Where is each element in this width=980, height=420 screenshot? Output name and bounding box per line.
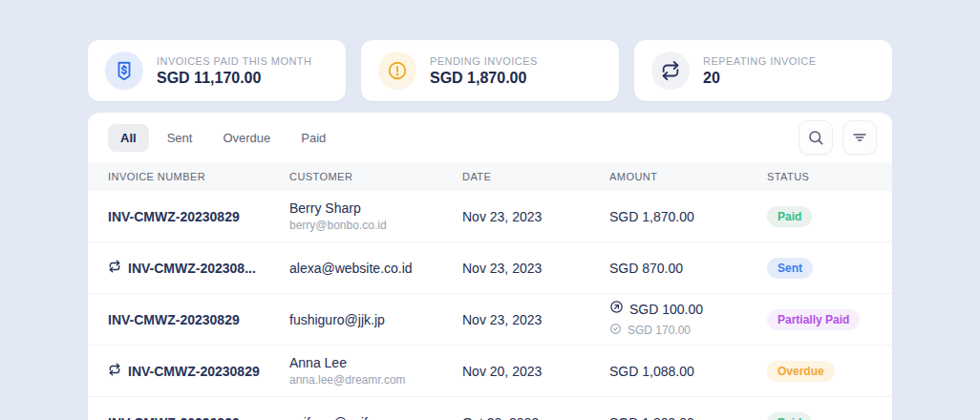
amount-primary-line: SGD 1,309.00 xyxy=(609,415,767,420)
date-cell: Nov 20, 2023 xyxy=(462,364,609,379)
card-pending-invoices: PENDING INVOICES SGD 1,870.00 xyxy=(361,40,619,101)
repeat-icon xyxy=(108,363,121,379)
status-badge: Partially Paid xyxy=(767,309,860,330)
amount-value: SGD 1,870.00 xyxy=(609,209,694,224)
amount-value: SGD 1,088.00 xyxy=(609,364,694,379)
status-cell: Sent xyxy=(767,258,873,279)
repeat-icon xyxy=(108,260,121,276)
column-header-amount: AMOUNT xyxy=(609,171,767,182)
date-cell: Oct 23, 2023 xyxy=(462,415,609,420)
status-badge: Sent xyxy=(767,258,813,279)
column-header-status: STATUS xyxy=(767,171,873,182)
column-header-invoice-number: INVOICE NUMBER xyxy=(108,171,289,182)
table-row[interactable]: INV-CMWZ-20230829 suifarm@suifarm.co Oct… xyxy=(88,397,892,420)
card-value: SGD 11,170.00 xyxy=(157,70,311,87)
status-cell: Paid xyxy=(767,206,873,227)
table-row[interactable]: INV-CMWZ-202308... alexa@website.co.id N… xyxy=(88,242,892,294)
alert-circle-icon xyxy=(378,52,416,90)
customer-email: suifarm@suifarm.co xyxy=(289,415,462,420)
status-cell: Paid xyxy=(767,412,873,420)
filter-button[interactable] xyxy=(842,120,877,155)
invoice-number-cell: INV-CMWZ-20230829 xyxy=(108,312,289,327)
date-cell: Nov 23, 2023 xyxy=(462,209,609,224)
amount-cell: SGD 100.00 SGD 170.00 xyxy=(609,300,767,339)
tab-sent[interactable]: Sent xyxy=(155,124,205,152)
tab-all[interactable]: All xyxy=(108,124,149,152)
customer-cell: fushiguro@jjk.jp xyxy=(289,312,462,327)
tab-paid[interactable]: Paid xyxy=(288,124,338,152)
stat-cards: INVOICES PAID THIS MONTH SGD 11,170.00 P… xyxy=(88,40,892,101)
table-row[interactable]: INV-CMWZ-20230829 Anna Lee anna.lee@drea… xyxy=(88,346,892,397)
table-body: INV-CMWZ-20230829 Berry Sharp berry@bonb… xyxy=(88,191,892,420)
status-tabs: All Sent Overdue Paid xyxy=(108,124,799,152)
search-icon xyxy=(807,129,824,146)
invoice-number: INV-CMWZ-20230829 xyxy=(108,209,240,224)
invoice-number-cell: INV-CMWZ-20230829 xyxy=(108,363,289,379)
amount-primary-line: SGD 100.00 xyxy=(609,300,767,318)
status-badge: Overdue xyxy=(767,361,835,382)
card-label: PENDING INVOICES xyxy=(430,55,538,67)
customer-email: berry@bonbo.co.id xyxy=(289,219,462,232)
amount-cell: SGD 870.00 xyxy=(609,261,767,276)
amount-value: SGD 870.00 xyxy=(609,261,683,276)
customer-name: Anna Lee xyxy=(289,355,462,370)
invoice-badge-icon xyxy=(105,52,143,90)
tab-overdue[interactable]: Overdue xyxy=(210,124,283,152)
amount-cell: SGD 1,870.00 xyxy=(609,209,767,224)
invoices-page: INVOICES PAID THIS MONTH SGD 11,170.00 P… xyxy=(0,0,980,420)
invoice-number: INV-CMWZ-20230829 xyxy=(128,364,260,379)
repeat-icon xyxy=(651,52,690,90)
arrow-up-right-circle-icon xyxy=(609,300,624,318)
amount-secondary-value: SGD 170.00 xyxy=(628,324,691,337)
date-cell: Nov 23, 2023 xyxy=(462,261,609,276)
card-repeating-invoice: REPEATING INVOICE 20 xyxy=(634,40,892,101)
customer-email: alexa@website.co.id xyxy=(289,261,462,276)
customer-email: anna.lee@dreamr.com xyxy=(289,373,462,387)
customer-cell: suifarm@suifarm.co xyxy=(289,415,462,420)
card-label: REPEATING INVOICE xyxy=(703,55,817,67)
invoice-number-cell: INV-CMWZ-202308... xyxy=(108,260,289,276)
column-header-date: DATE xyxy=(462,171,609,182)
status-cell: Overdue xyxy=(767,361,873,382)
amount-value: SGD 100.00 xyxy=(629,302,703,317)
amount-cell: SGD 1,088.00 xyxy=(609,364,767,379)
invoice-number-cell: INV-CMWZ-20230829 xyxy=(108,415,289,420)
amount-secondary-line: SGD 170.00 xyxy=(609,322,767,339)
card-label: INVOICES PAID THIS MONTH xyxy=(157,55,311,67)
amount-primary-line: SGD 1,088.00 xyxy=(609,364,767,379)
card-value: SGD 1,870.00 xyxy=(430,70,538,87)
customer-name: Berry Sharp xyxy=(289,200,462,216)
amount-primary-line: SGD 1,870.00 xyxy=(609,209,767,224)
invoices-panel: All Sent Overdue Paid xyxy=(88,113,892,420)
table-header: INVOICE NUMBER CUSTOMER DATE AMOUNT STAT… xyxy=(88,162,892,191)
card-invoices-paid: INVOICES PAID THIS MONTH SGD 11,170.00 xyxy=(88,40,346,101)
amount-primary-line: SGD 870.00 xyxy=(609,261,767,276)
amount-value: SGD 1,309.00 xyxy=(609,415,694,420)
invoice-number: INV-CMWZ-202308... xyxy=(128,261,256,276)
status-cell: Partially Paid xyxy=(767,309,873,330)
status-badge: Paid xyxy=(767,412,812,420)
filter-icon xyxy=(851,129,868,146)
table-row[interactable]: INV-CMWZ-20230829 Berry Sharp berry@bonb… xyxy=(88,191,892,242)
column-header-customer: CUSTOMER xyxy=(289,171,462,182)
card-value: 20 xyxy=(703,70,817,87)
date-cell: Nov 23, 2023 xyxy=(462,312,609,327)
invoice-number-cell: INV-CMWZ-20230829 xyxy=(108,209,289,224)
check-circle-icon xyxy=(609,322,622,339)
invoice-number: INV-CMWZ-20230829 xyxy=(108,415,240,420)
search-button[interactable] xyxy=(799,120,833,155)
customer-email: fushiguro@jjk.jp xyxy=(289,312,462,327)
customer-cell: alexa@website.co.id xyxy=(289,261,462,276)
table-row[interactable]: INV-CMWZ-20230829 fushiguro@jjk.jp Nov 2… xyxy=(88,294,892,346)
customer-cell: Berry Sharp berry@bonbo.co.id xyxy=(289,200,462,232)
amount-cell: SGD 1,309.00 xyxy=(609,415,767,420)
status-badge: Paid xyxy=(767,206,812,227)
customer-cell: Anna Lee anna.lee@dreamr.com xyxy=(289,355,462,387)
invoice-number: INV-CMWZ-20230829 xyxy=(108,312,240,327)
invoices-toolbar: All Sent Overdue Paid xyxy=(88,113,892,162)
